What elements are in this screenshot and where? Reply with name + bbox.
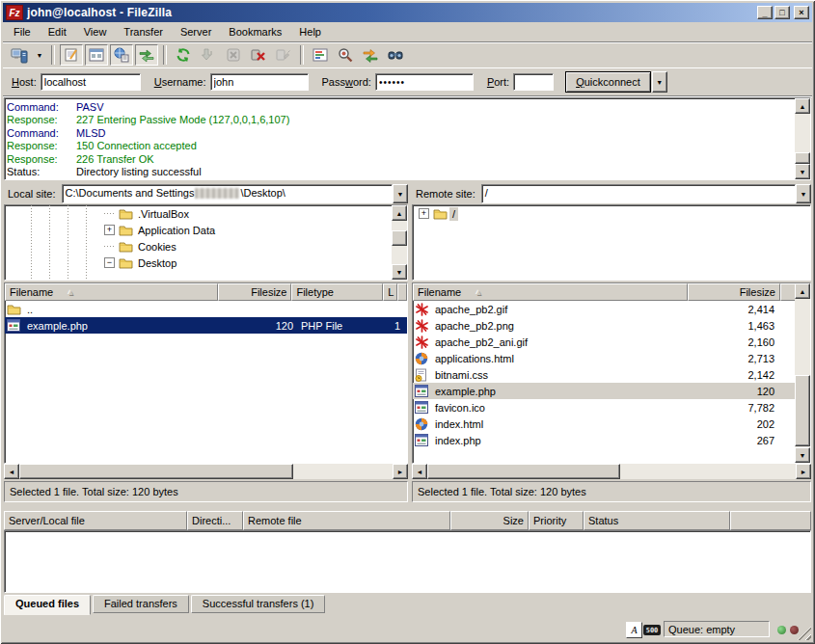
scroll-up-button[interactable]: ▲ <box>795 98 810 114</box>
toggle-message-log-button[interactable] <box>60 44 83 66</box>
column-header-l[interactable]: L <box>383 283 397 301</box>
column-header-row: Filename▲FilesizeFiletypeL <box>5 283 407 301</box>
tree-expander-expand-icon[interactable]: + <box>104 225 115 235</box>
scroll-right-button[interactable]: ► <box>796 464 811 479</box>
reconnect-button[interactable] <box>272 44 295 66</box>
tree-item[interactable]: −Desktop <box>5 255 407 271</box>
local-site-path[interactable]: C:\Documents and Settings\Desktop\ <box>62 184 393 203</box>
toggle-remote-tree-button[interactable] <box>110 44 133 66</box>
find-files-button[interactable] <box>384 44 407 66</box>
transfer-queue-list[interactable] <box>4 530 811 593</box>
scroll-left-button[interactable]: ◄ <box>4 464 19 479</box>
remote-site-combobox[interactable]: / ▼ <box>481 184 811 203</box>
password-input[interactable] <box>375 73 474 91</box>
vertical-scrollbar[interactable]: ▲▼ <box>795 283 810 463</box>
scrollbar-thumb[interactable] <box>795 375 810 446</box>
local-site-dropdown-button[interactable]: ▼ <box>393 184 408 203</box>
file-row[interactable]: index.html202 <box>413 416 810 432</box>
file-row[interactable]: example.php120PHP File1 <box>5 317 407 334</box>
remote-directory-tree[interactable]: +/ <box>412 204 811 281</box>
scroll-down-button[interactable]: ▼ <box>795 164 810 179</box>
host-input[interactable] <box>41 73 141 91</box>
column-header-filetype[interactable]: Filetype <box>291 283 383 301</box>
menu-item-bookmarks[interactable]: Bookmarks <box>220 24 290 40</box>
directory-filter-button[interactable] <box>309 44 332 66</box>
scroll-left-button[interactable]: ◄ <box>412 464 427 479</box>
menu-item-file[interactable]: File <box>5 24 40 40</box>
tree-item[interactable]: +/ <box>413 205 810 222</box>
title-bar[interactable]: Fz john@localhost - FileZilla _ □ × <box>3 3 812 22</box>
vertical-scrollbar[interactable]: ▲▼ <box>392 205 407 280</box>
quickconnect-dropdown-button[interactable]: ▼ <box>652 71 667 93</box>
column-header-filesize[interactable]: Filesize <box>688 283 780 301</box>
file-row[interactable]: favicon.ico7,782 <box>413 399 810 416</box>
queue-column-header-priority[interactable]: Priority <box>529 511 584 530</box>
queue-column-header-remote-file[interactable]: Remote file <box>243 511 450 530</box>
site-manager-button[interactable] <box>8 44 31 66</box>
site-manager-dropdown-button[interactable]: ▼ <box>33 44 46 66</box>
tree-item[interactable]: +Application Data <box>5 222 407 238</box>
scroll-up-button[interactable]: ▲ <box>795 283 810 299</box>
port-input[interactable] <box>513 73 554 91</box>
queue-column-header-directi[interactable]: Directi... <box>187 511 243 530</box>
file-row[interactable]: apache_pb2.gif2,414 <box>413 301 810 317</box>
disconnect-button[interactable] <box>247 44 270 66</box>
menu-item-view[interactable]: View <box>75 24 116 40</box>
scroll-down-button[interactable]: ▼ <box>795 447 810 463</box>
tab-failed-transfers[interactable]: Failed transfers <box>93 595 189 613</box>
file-row[interactable]: index.php267 <box>413 432 810 448</box>
scrollbar-thumb[interactable] <box>795 152 810 164</box>
process-queue-button[interactable] <box>197 44 220 66</box>
close-button[interactable]: × <box>794 6 809 19</box>
queue-column-header-server-local-file[interactable]: Server/Local file <box>4 511 187 530</box>
menu-item-help[interactable]: Help <box>290 24 330 40</box>
toggle-transfer-queue-button[interactable] <box>135 44 158 66</box>
file-row[interactable]: applications.html2,713 <box>413 350 810 366</box>
synchronized-browsing-button[interactable] <box>359 44 382 66</box>
directory-comparison-button[interactable] <box>334 44 357 66</box>
scroll-right-button[interactable]: ► <box>393 464 408 479</box>
refresh-button[interactable] <box>172 44 195 66</box>
tree-item[interactable]: .VirtualBox <box>5 205 407 222</box>
file-row[interactable]: bitnami.css2,142 <box>413 366 810 383</box>
menu-item-server[interactable]: Server <box>172 24 220 40</box>
tree-item[interactable]: Cookies <box>5 238 407 255</box>
scrollbar-thumb[interactable] <box>427 464 620 479</box>
file-row[interactable]: .. <box>5 301 407 317</box>
scrollbar-thumb[interactable] <box>392 230 407 246</box>
queue-column-header-size[interactable]: Size <box>450 511 529 530</box>
column-header-filename[interactable]: Filename▲ <box>413 283 688 301</box>
file-row[interactable]: apache_pb2.png1,463 <box>413 317 810 334</box>
scrollbar-thumb[interactable] <box>19 464 293 479</box>
file-row[interactable]: apache_pb2_ani.gif2,160 <box>413 334 810 350</box>
local-file-list[interactable]: Filename▲FilesizeFiletypeL..example.php1… <box>4 282 408 464</box>
scroll-up-button[interactable]: ▲ <box>392 205 407 221</box>
tree-expander-collapse-icon[interactable]: − <box>104 257 115 268</box>
scroll-down-button[interactable]: ▼ <box>392 264 407 280</box>
vertical-scrollbar[interactable]: ▲▼ <box>795 98 810 179</box>
file-name-cell: index.php <box>431 435 686 446</box>
minimize-button[interactable]: _ <box>757 6 773 19</box>
remote-file-list[interactable]: Filename▲Filesizeapache_pb2.gif2,414apac… <box>412 282 811 464</box>
tab-queued-files[interactable]: Queued files <box>4 595 91 615</box>
queue-column-header-status[interactable]: Status <box>584 511 730 530</box>
maximize-button[interactable]: □ <box>774 6 790 19</box>
column-header-filesize[interactable]: Filesize <box>218 283 291 301</box>
tab-successful-transfers-1[interactable]: Successful transfers (1) <box>191 595 326 613</box>
local-directory-tree[interactable]: .VirtualBox+Application DataCookies−Desk… <box>4 204 408 281</box>
toggle-local-tree-button[interactable] <box>85 44 108 66</box>
remote-site-path[interactable]: / <box>481 184 796 203</box>
remote-site-dropdown-button[interactable]: ▼ <box>796 184 811 203</box>
menu-item-transfer[interactable]: Transfer <box>115 24 172 40</box>
window-resize-grip[interactable] <box>798 627 811 640</box>
column-header-filename[interactable]: Filename▲ <box>5 283 218 301</box>
remote-horizontal-scrollbar[interactable]: ◄► <box>412 464 811 479</box>
menu-item-edit[interactable]: Edit <box>40 24 75 40</box>
username-input[interactable] <box>210 73 309 91</box>
tree-expander-expand-icon[interactable]: + <box>419 208 429 219</box>
cancel-operation-button[interactable] <box>222 44 245 66</box>
quickconnect-button[interactable]: Quickconnect <box>565 71 651 93</box>
local-site-combobox[interactable]: C:\Documents and Settings\Desktop\ ▼ <box>62 184 408 203</box>
file-row[interactable]: example.php120 <box>413 383 810 399</box>
local-horizontal-scrollbar[interactable]: ◄► <box>4 464 408 479</box>
